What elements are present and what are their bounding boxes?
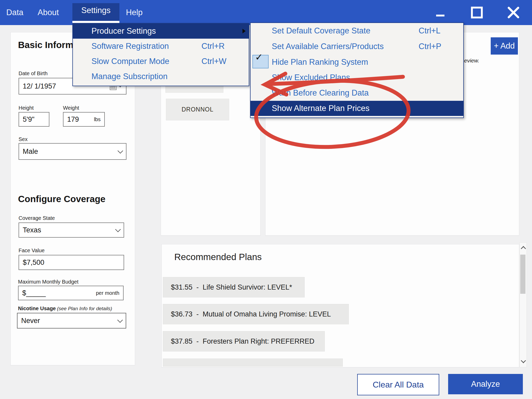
menu-item-manage-subscription[interactable]: Manage Subscription <box>73 69 249 84</box>
weight-label: Weight <box>63 105 79 111</box>
medication-tile-dronnol[interactable]: DRONNOL <box>166 99 229 120</box>
nicotine-value: Never <box>21 317 40 325</box>
coverage-state-value: Texas <box>23 226 41 234</box>
plan-row-partial[interactable] <box>163 359 343 367</box>
vertical-scrollbar[interactable] <box>519 242 527 367</box>
submenu-item-set-available-carriers[interactable]: Set Available Carriers/Products Ctrl+P <box>251 39 463 54</box>
weight-value: 179 <box>67 115 79 124</box>
scroll-up-icon[interactable] <box>521 246 526 251</box>
menu-shortcut: Ctrl+W <box>201 57 227 66</box>
menu-item-label: Show Excluded Plans <box>272 73 350 82</box>
plan-row[interactable]: $36.73 - Mutual of Omaha Living Promise:… <box>163 304 349 324</box>
menu-item-software-registration[interactable]: Software Registration Ctrl+R <box>73 39 249 54</box>
nicotine-label-row: Nicotine Usage (see Plan Info for detail… <box>18 306 112 312</box>
analyze-button[interactable]: Analyze <box>448 374 523 394</box>
coverage-state-select[interactable]: Texas <box>19 222 124 238</box>
submenu-item-hide-plan-ranking[interactable]: ✓ Hide Plan Ranking System <box>251 54 463 70</box>
truncated-review-text: eview. <box>464 57 479 64</box>
producer-settings-submenu: Set Default Coverage State Ctrl+L Set Av… <box>250 22 464 118</box>
menu-item-slow-computer-mode[interactable]: Slow Computer Mode Ctrl+W <box>73 54 249 69</box>
clear-all-data-label: Clear All Data <box>373 380 424 390</box>
nicotine-select[interactable]: Never <box>17 313 126 328</box>
menu-item-label: Set Default Coverage State <box>272 26 370 36</box>
maximize-button[interactable] <box>468 0 486 25</box>
coverage-state-label: Coverage State <box>19 215 55 221</box>
menu-item-label: Slow Computer Mode <box>91 57 169 66</box>
dob-value: 12/ 1/1957 <box>23 82 56 90</box>
menu-item-label: Manage Subscription <box>91 72 167 81</box>
plan-row[interactable]: $37.85 - Foresters Plan Right: PREFERRED <box>163 331 325 351</box>
submenu-item-show-alternate-plan-prices[interactable]: Show Alternate Plan Prices <box>251 101 463 116</box>
height-field[interactable]: 5'9" <box>19 112 49 127</box>
weight-field[interactable]: 179 lbs <box>63 112 105 127</box>
menu-shortcut: Ctrl+P <box>419 42 441 51</box>
submenu-arrow-icon <box>242 29 246 33</box>
close-button[interactable] <box>504 0 523 25</box>
app-window: Data About Help Settings Basic Informati… <box>0 0 532 399</box>
budget-field[interactable]: $_____ per month <box>18 286 124 300</box>
budget-label: Maximum Monthly Budget <box>18 279 78 285</box>
menu-data[interactable]: Data <box>3 6 27 19</box>
submenu-item-show-excluded-plans[interactable]: Show Excluded Plans <box>251 70 463 85</box>
submenu-item-warn-before-clearing[interactable]: Warn Before Clearing Data <box>251 85 463 101</box>
recommended-plans-panel: Recommended Plans $31.55 - Life Shield S… <box>161 244 519 367</box>
budget-unit: per month <box>96 290 119 296</box>
height-value: 5'9" <box>23 115 34 124</box>
height-label: Height <box>19 105 34 111</box>
scroll-down-icon[interactable] <box>521 358 526 363</box>
menu-shortcut: Ctrl+L <box>419 26 441 36</box>
menu-item-label: Software Registration <box>91 42 169 51</box>
maximize-icon <box>471 7 483 19</box>
sex-select[interactable]: Male <box>19 143 126 160</box>
sex-value: Male <box>23 148 38 156</box>
plan-row-text: $31.55 - Life Shield Survivor: LEVEL* <box>171 283 292 291</box>
face-value: $7,500 <box>23 259 44 267</box>
clear-all-data-button[interactable]: Clear All Data <box>357 374 439 395</box>
chevron-down-icon <box>115 226 121 232</box>
checkbox-checked[interactable]: ✓ <box>252 55 269 68</box>
menu-item-label: Show Alternate Plan Prices <box>272 104 369 113</box>
face-value-field[interactable]: $7,500 <box>19 255 124 270</box>
plan-row[interactable]: $31.55 - Life Shield Survivor: LEVEL* <box>163 277 305 297</box>
menu-help[interactable]: Help <box>122 6 146 19</box>
configure-coverage-heading: Configure Coverage <box>18 194 106 204</box>
menu-item-label: Hide Plan Ranking System <box>272 57 368 67</box>
chevron-down-icon <box>118 148 123 153</box>
menu-item-label: Warn Before Clearing Data <box>272 88 369 98</box>
recommended-plans-heading: Recommended Plans <box>174 252 262 262</box>
sex-label: Sex <box>19 136 27 142</box>
close-icon <box>507 6 520 19</box>
menu-settings-label: Settings <box>72 6 119 15</box>
menu-item-label: Producer Settings <box>91 26 156 36</box>
menu-shortcut: Ctrl+R <box>201 42 225 51</box>
nicotine-label: Nicotine Usage <box>18 306 56 311</box>
menu-settings[interactable]: Settings <box>72 3 119 23</box>
face-value-label: Face Value <box>19 248 45 254</box>
plan-row-text: $37.85 - Foresters Plan Right: PREFERRED <box>171 337 314 345</box>
minimize-button[interactable] <box>431 0 449 25</box>
plan-row-text: $36.73 - Mutual of Omaha Living Promise:… <box>171 310 331 318</box>
add-button-label: + Add <box>494 41 515 51</box>
chevron-down-icon <box>117 317 123 322</box>
weight-unit: lbs <box>94 116 101 122</box>
menu-item-label: Set Available Carriers/Products <box>272 42 384 51</box>
submenu-item-set-default-coverage-state[interactable]: Set Default Coverage State Ctrl+L <box>251 23 463 39</box>
analyze-label: Analyze <box>471 379 500 389</box>
dob-label: Date of Birth <box>19 71 48 77</box>
scrollbar-thumb[interactable] <box>520 255 525 294</box>
checkmark-icon: ✓ <box>255 52 263 63</box>
settings-tab-underline <box>72 21 119 23</box>
menu-about[interactable]: About <box>34 6 62 19</box>
nicotine-note: (see Plan Info for details) <box>57 306 112 311</box>
medication-tile-label: DRONNOL <box>182 106 213 113</box>
menu-item-producer-settings[interactable]: Producer Settings <box>73 24 249 39</box>
add-button[interactable]: + Add <box>491 37 518 55</box>
settings-dropdown-menu: Producer Settings Software Registration … <box>72 23 249 86</box>
budget-value: $_____ <box>22 289 46 297</box>
minimize-icon <box>436 8 445 17</box>
